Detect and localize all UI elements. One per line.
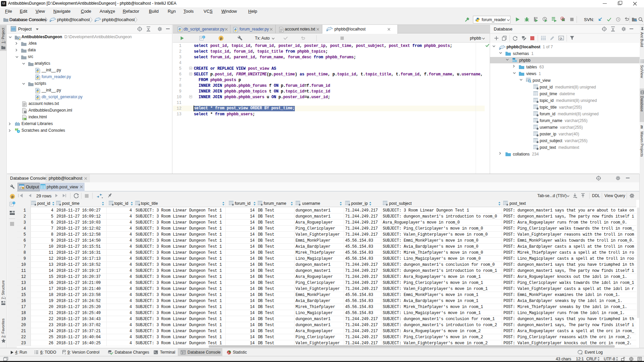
svg-text:p: p — [220, 36, 222, 40]
svg-text:p: p — [11, 194, 14, 198]
svg-text:QL: QL — [559, 37, 563, 40]
